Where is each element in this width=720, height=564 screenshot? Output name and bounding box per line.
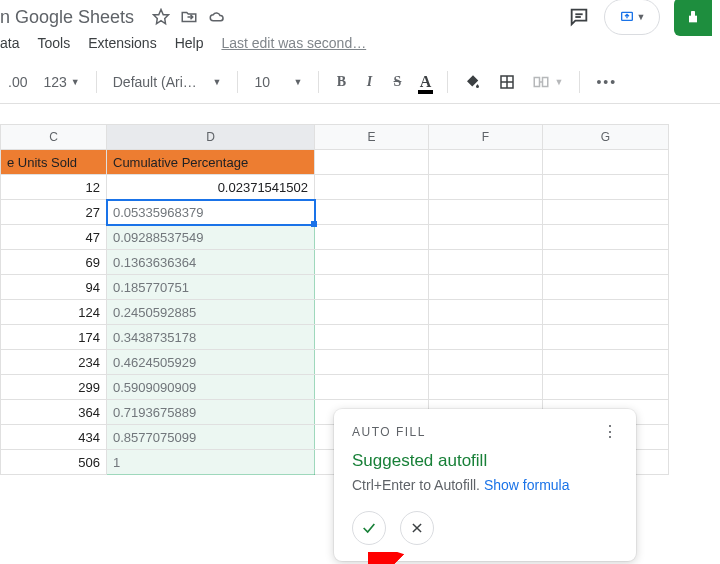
star-icon[interactable] xyxy=(152,8,170,26)
cell[interactable] xyxy=(429,175,543,200)
cell[interactable] xyxy=(429,325,543,350)
autofill-ghost-cell[interactable]: 1 xyxy=(107,450,315,475)
cell[interactable] xyxy=(315,275,429,300)
reject-autofill-button[interactable] xyxy=(400,511,434,545)
cell[interactable] xyxy=(429,150,543,175)
cell[interactable] xyxy=(543,250,669,275)
cell[interactable] xyxy=(543,325,669,350)
col-header-d[interactable]: D xyxy=(107,125,315,150)
comments-icon[interactable] xyxy=(568,6,590,28)
cell[interactable] xyxy=(543,200,669,225)
cell[interactable] xyxy=(543,275,669,300)
autofill-ghost-cell[interactable]: 0.4624505929 xyxy=(107,350,315,375)
table-row[interactable]: 690.1363636364 xyxy=(1,250,669,275)
cell[interactable]: 69 xyxy=(1,250,107,275)
more-formats-button[interactable]: 123▼ xyxy=(39,72,83,92)
cell[interactable]: 174 xyxy=(1,325,107,350)
borders-button[interactable] xyxy=(494,71,520,93)
present-button[interactable]: ▼ xyxy=(604,0,660,35)
cell[interactable]: 364 xyxy=(1,400,107,425)
cell[interactable]: 434 xyxy=(1,425,107,450)
accept-autofill-button[interactable] xyxy=(352,511,386,545)
menu-extensions[interactable]: Extensions xyxy=(88,35,156,51)
col-header-g[interactable]: G xyxy=(543,125,669,150)
cell[interactable] xyxy=(315,350,429,375)
table-row[interactable]: 27 0.05335968379 xyxy=(1,200,669,225)
cell[interactable] xyxy=(429,375,543,400)
table-row[interactable]: 1240.2450592885 xyxy=(1,300,669,325)
cell[interactable] xyxy=(543,375,669,400)
table-row[interactable]: 470.09288537549 xyxy=(1,225,669,250)
menu-data[interactable]: ata xyxy=(0,35,19,51)
cell[interactable] xyxy=(543,300,669,325)
last-edit-link[interactable]: Last edit was second… xyxy=(221,35,366,51)
cell[interactable]: 27 xyxy=(1,200,107,225)
cloud-status-icon[interactable] xyxy=(208,8,226,26)
cell[interactable]: 12 xyxy=(1,175,107,200)
column-header-row[interactable]: C D E F G xyxy=(1,125,669,150)
cell[interactable] xyxy=(315,225,429,250)
autofill-ghost-cell[interactable]: 0.2450592885 xyxy=(107,300,315,325)
cell[interactable] xyxy=(315,150,429,175)
cell[interactable] xyxy=(315,300,429,325)
cell[interactable] xyxy=(429,250,543,275)
cell[interactable] xyxy=(543,350,669,375)
header-cell[interactable]: Cumulative Percentage xyxy=(107,150,315,175)
cell[interactable] xyxy=(315,250,429,275)
cell[interactable] xyxy=(315,200,429,225)
cell[interactable]: 506 xyxy=(1,450,107,475)
cell[interactable] xyxy=(315,175,429,200)
move-folder-icon[interactable] xyxy=(180,8,198,26)
cell[interactable] xyxy=(315,325,429,350)
cell[interactable] xyxy=(543,150,669,175)
autofill-ghost-cell[interactable]: 0.185770751 xyxy=(107,275,315,300)
table-row[interactable]: 12 0.02371541502 xyxy=(1,175,669,200)
cell[interactable] xyxy=(429,200,543,225)
table-row[interactable]: e Units Sold Cumulative Percentage xyxy=(1,150,669,175)
cell[interactable] xyxy=(429,300,543,325)
font-select[interactable]: Default (Ari… ▼ xyxy=(109,72,226,92)
decrease-decimal-button[interactable]: .00 xyxy=(4,72,31,92)
menu-help[interactable]: Help xyxy=(175,35,204,51)
header-cell[interactable]: e Units Sold xyxy=(1,150,107,175)
col-header-e[interactable]: E xyxy=(315,125,429,150)
cell[interactable]: 124 xyxy=(1,300,107,325)
table-row[interactable]: 2340.4624505929 xyxy=(1,350,669,375)
menu-tools[interactable]: Tools xyxy=(37,35,70,51)
cell[interactable] xyxy=(429,275,543,300)
more-options-icon[interactable]: ⋮ xyxy=(602,430,618,434)
autofill-ghost-cell[interactable]: 0.8577075099 xyxy=(107,425,315,450)
cell[interactable] xyxy=(429,350,543,375)
spreadsheet-grid[interactable]: C D E F G e Units Sold Cumulative Percen… xyxy=(0,124,720,475)
cell[interactable] xyxy=(315,375,429,400)
cell[interactable]: 0.02371541502 xyxy=(107,175,315,200)
text-color-button[interactable]: A xyxy=(415,72,435,92)
share-button[interactable] xyxy=(674,0,712,36)
cell[interactable]: 234 xyxy=(1,350,107,375)
autofill-ghost-cell[interactable]: 0.09288537549 xyxy=(107,225,315,250)
show-formula-link[interactable]: Show formula xyxy=(484,477,570,493)
autofill-ghost-cell[interactable]: 0.5909090909 xyxy=(107,375,315,400)
cell[interactable] xyxy=(429,225,543,250)
col-header-c[interactable]: C xyxy=(1,125,107,150)
table-row[interactable]: 2990.5909090909 xyxy=(1,375,669,400)
cell[interactable] xyxy=(543,175,669,200)
active-cell[interactable]: 0.05335968379 xyxy=(107,200,315,225)
col-header-f[interactable]: F xyxy=(429,125,543,150)
fill-color-button[interactable] xyxy=(460,71,486,93)
cell[interactable]: 47 xyxy=(1,225,107,250)
more-toolbar-button[interactable]: ••• xyxy=(592,72,621,92)
cell[interactable] xyxy=(543,225,669,250)
autofill-ghost-cell[interactable]: 0.1363636364 xyxy=(107,250,315,275)
table-row[interactable]: 940.185770751 xyxy=(1,275,669,300)
strikethrough-button[interactable]: S xyxy=(387,72,407,92)
doc-title[interactable]: n Google Sheets xyxy=(0,7,134,28)
merge-cells-button[interactable]: ▼ xyxy=(528,71,567,93)
autofill-ghost-cell[interactable]: 0.3438735178 xyxy=(107,325,315,350)
font-size-select[interactable]: 10▼ xyxy=(250,72,306,92)
cell[interactable]: 94 xyxy=(1,275,107,300)
autofill-ghost-cell[interactable]: 0.7193675889 xyxy=(107,400,315,425)
cell[interactable]: 299 xyxy=(1,375,107,400)
table-row[interactable]: 1740.3438735178 xyxy=(1,325,669,350)
bold-button[interactable]: B xyxy=(331,72,351,92)
